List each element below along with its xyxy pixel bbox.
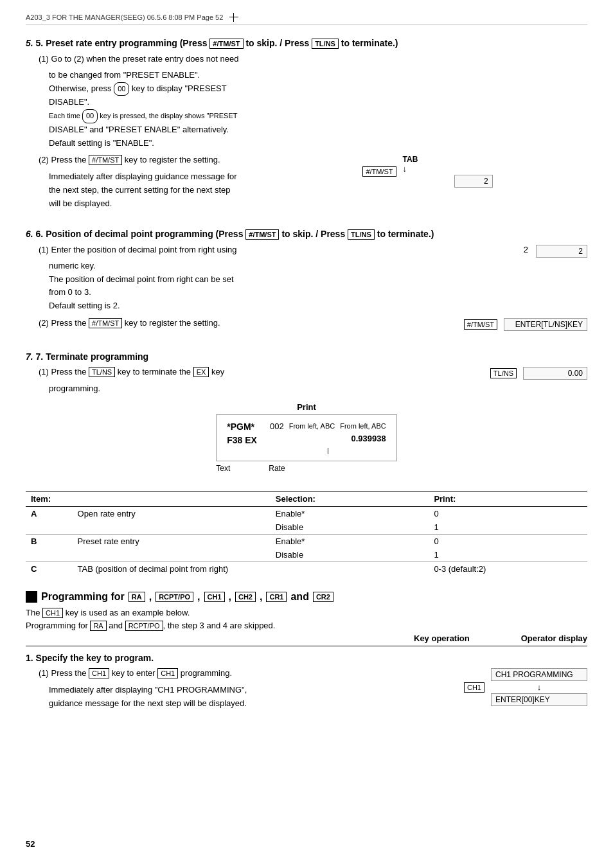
table-header-row: Item: Selection: Print: — [26, 492, 587, 507]
specify-item1-left: (1) Press the CH1 key to enter CH1 progr… — [26, 668, 335, 711]
section-7: 7. 7. Terminate programming (1) Press th… — [26, 351, 587, 473]
black-square-icon — [26, 591, 37, 603]
s6-value-display: 2 — [536, 245, 587, 258]
data-table: Item: Selection: Print: A Open rate entr… — [26, 491, 587, 576]
key-ra: RA — [129, 592, 145, 602]
tab-label: TAB — [403, 155, 418, 164]
key-cr1: CR1 — [266, 592, 287, 602]
key-tmst-s6: #/TM/ST — [245, 229, 279, 240]
cell-item: B — [26, 535, 73, 549]
key-ch1: CH1 — [204, 592, 225, 602]
op-header-display: Operator display — [521, 633, 587, 643]
section-6-label: 6. Position of decimal point programming — [36, 229, 213, 239]
key-00a: 00 — [114, 82, 129, 96]
section-6-item1-left: (1) Enter the position of decimal point … — [26, 245, 335, 313]
key-ch1-display: CH1 — [464, 682, 484, 693]
section-7-title: 7. 7. Terminate programming — [26, 351, 587, 362]
key-tmst-s5: #/TM/ST — [209, 39, 243, 49]
tab-value-s5: 2 — [454, 175, 493, 188]
operator-display-stack: CH1 PROGRAMMING ↓ ENTER[00]KEY — [491, 668, 587, 706]
s6-i1-sub3: from 0 to 3. — [49, 286, 335, 299]
cell-print: 0 — [429, 535, 587, 549]
th-print: Print: — [429, 492, 587, 507]
from-left-label: From left, ABC — [289, 421, 335, 432]
print-right-line1: 002 — [270, 420, 284, 433]
s5-i1-label: (1) Go to (2) when the preset rate entry… — [39, 54, 238, 64]
table-row: Disable 1 — [26, 520, 587, 535]
key-00b: 00 — [82, 109, 98, 123]
print-section: Print *PGM* F38 EX 002 From left, ABC Fr… — [26, 402, 587, 474]
op-header: Key operation Operator display — [26, 633, 587, 646]
section-6-item1-right: 2 2 — [362, 245, 587, 258]
th-label — [73, 492, 271, 507]
specify-item1: (1) Press the CH1 key to enter CH1 progr… — [26, 668, 587, 711]
print-sub-text: Text — [216, 464, 230, 473]
s6-i1-label: (1) Enter the position of decimal point … — [39, 245, 237, 254]
section-7-item1-right: TL/NS 0.00 — [362, 367, 587, 380]
section-6-title: 6. 6. Position of decimal point programm… — [26, 229, 587, 240]
cell-label: Preset rate entry — [73, 535, 271, 549]
page-number: 52 — [26, 839, 35, 849]
s5-i1-line1: to be changed from "PRESET ENABLE". — [49, 69, 335, 82]
key-tlns-s5: TL/NS — [312, 39, 339, 49]
s5-i2-sub2: the next step, the current setting for t… — [49, 184, 335, 197]
key-ch1-inline: CH1 — [42, 608, 63, 618]
cell-label: TAB (position of decimal point from righ… — [73, 562, 271, 576]
section-7-num: 7. — [26, 351, 33, 362]
cell-label — [73, 520, 271, 535]
sp-i1-sub1: Immediately after displaying "CH1 PROGRA… — [49, 684, 335, 697]
section-5-item1-left: (1) Go to (2) when the preset rate entry… — [26, 54, 335, 150]
key-ch2: CH2 — [235, 592, 256, 602]
from-left-text: From left, ABC — [340, 421, 386, 432]
section-5-item2: (2) Press the #/TM/ST key to register th… — [26, 155, 587, 210]
section-5-title: 5. 5. Preset rate entry programming (Pre… — [26, 38, 587, 49]
key-rcptpo-inline: RCPT/PO — [125, 621, 163, 631]
key-tlns-s6: TL/NS — [348, 229, 375, 240]
cell-item: A — [26, 507, 73, 521]
table-row: C TAB (position of decimal point from ri… — [26, 562, 587, 576]
cell-print: 1 — [429, 520, 587, 535]
cell-selection: Enable* — [271, 507, 429, 521]
key-ra-inline: RA — [90, 621, 106, 631]
s5-i1-line5: DISABLE" and "PRESET ENABLE" alternative… — [49, 123, 335, 137]
section-5-num: 5. — [26, 38, 33, 48]
key-tmst-s6-display: #/TM/ST — [464, 319, 497, 330]
specify-title: 1. Specify the key to program. — [26, 653, 587, 663]
cell-selection — [271, 562, 429, 576]
disp-enter-00-key: ENTER[00]KEY — [491, 693, 587, 706]
print-sub-labels: Text Rate — [216, 464, 396, 473]
s5-i1-line4: Each time 00 key is pressed, the display… — [49, 109, 335, 123]
prog-sub2: Programming for RA and RCPT/PO, the step… — [26, 621, 587, 631]
key-cr2: CR2 — [313, 592, 333, 602]
cell-item — [26, 520, 73, 535]
s5-i2-sub1: Immediately after displaying guidance me… — [49, 170, 335, 184]
s6-key-display: 2 — [524, 245, 528, 254]
enter-display-s6: ENTER[TL/NS]KEY — [504, 318, 587, 331]
op-header-key: Key operation — [414, 633, 470, 643]
cell-item — [26, 548, 73, 562]
cell-item: C — [26, 562, 73, 576]
arrow-down-sp: ↓ — [491, 682, 587, 692]
cell-label — [73, 548, 271, 562]
s5-i1-line2: Otherwise, press 00 key to display "PRES… — [49, 82, 335, 96]
s5-i2-label1: (2) Press the #/TM/ST key to register th… — [39, 155, 220, 164]
print-arrow: | — [270, 445, 386, 456]
section-7-item1: (1) Press the TL/NS key to terminate the… — [26, 367, 587, 396]
cell-print: 1 — [429, 548, 587, 562]
print-left: *PGM* F38 EX — [227, 420, 257, 447]
table-row: Disable 1 — [26, 548, 587, 562]
disp-ch1-programming: CH1 PROGRAMMING — [491, 668, 587, 681]
sp-i1-sub2: guidance message for the next step will … — [49, 697, 335, 711]
s5-i1-line6: Default setting is "ENABLE". — [49, 137, 335, 150]
key-tmst-display-s5: #/TM/ST — [362, 166, 396, 177]
section-6: 6. 6. Position of decimal point programm… — [26, 229, 587, 333]
print-sub-rate: Rate — [269, 464, 285, 473]
section-7-item1-left: (1) Press the TL/NS key to terminate the… — [26, 367, 335, 396]
and-text: and — [290, 591, 308, 603]
print-content-box: *PGM* F38 EX 002 From left, ABC From lef… — [216, 414, 396, 462]
header-text: A203_3 FOR THE MANAGER(SEEG) 06.5.6 8:08… — [26, 13, 223, 21]
s6-i2-label: (2) Press the #/TM/ST key to register th… — [39, 318, 220, 328]
section-5-item2-right: #/TM/ST TAB ↓ 2 — [362, 155, 587, 188]
s5-i2-sub3: will be displayed. — [49, 197, 335, 211]
th-selection: Selection: — [271, 492, 429, 507]
